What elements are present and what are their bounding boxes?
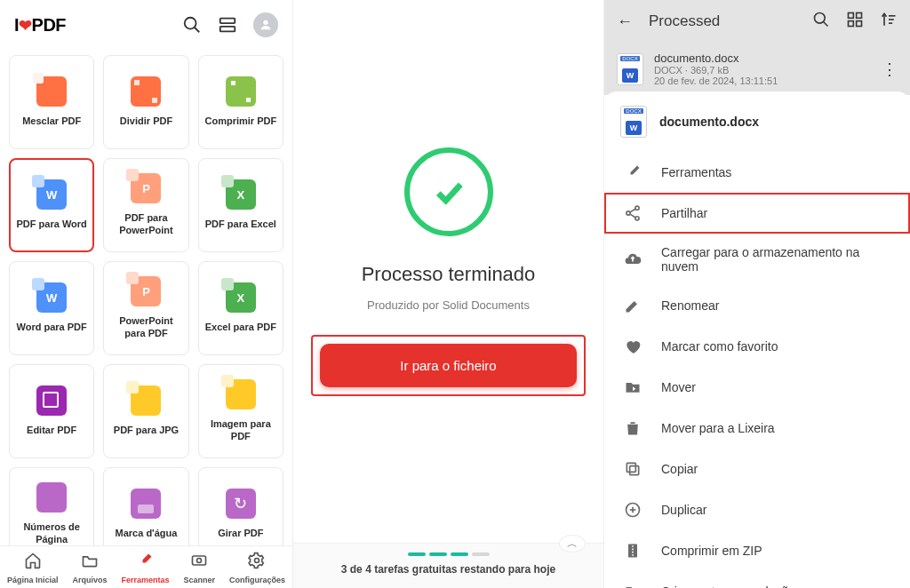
tool-word2pdf[interactable]: Word para PDF xyxy=(9,261,94,355)
file-meta: DOCX · 369,7 kB xyxy=(654,65,778,75)
tool-img2pdf[interactable]: Imagem para PDF xyxy=(198,364,283,458)
action-label: Mover para a Lixeira xyxy=(661,421,775,435)
result-subtitle: Produzido por Solid Documents xyxy=(367,298,530,312)
action-label: Partilhar xyxy=(661,206,707,220)
nav-files[interactable]: Arquivos xyxy=(72,552,107,584)
img2pdf-icon xyxy=(226,379,256,409)
tool-pdf2ppt[interactable]: PDF para PowerPoint xyxy=(103,158,188,252)
tool-compress[interactable]: Comprimir PDF xyxy=(198,55,283,149)
action-favorite[interactable]: Marcar como favorito xyxy=(604,326,910,367)
file-topbar: ← Processed xyxy=(604,0,910,43)
action-tools[interactable]: Ferramentas xyxy=(604,152,910,193)
pagenum-icon xyxy=(36,482,67,513)
sort-icon[interactable] xyxy=(880,11,898,33)
newfolder-icon xyxy=(624,583,642,588)
action-label: Carregar para o armazenamento na nuvem xyxy=(661,245,890,274)
action-rename[interactable]: Renomear xyxy=(604,285,910,326)
tool-ppt2pdf[interactable]: PowerPoint para PDF xyxy=(103,261,188,355)
tool-merge[interactable]: Mesclar PDF xyxy=(9,55,94,149)
share-icon xyxy=(624,204,642,222)
files-icon xyxy=(81,552,99,574)
trash-icon xyxy=(624,419,642,437)
progress-segment xyxy=(408,552,426,556)
move-icon xyxy=(624,378,642,396)
tool-label: PDF para JPG xyxy=(114,425,179,437)
action-label: Ferramentas xyxy=(661,165,731,179)
search-icon[interactable] xyxy=(182,15,202,35)
grid-view-icon[interactable] xyxy=(846,11,864,33)
action-duplicate[interactable]: Duplicar xyxy=(604,489,910,530)
user-avatar-icon[interactable] xyxy=(253,12,278,37)
bottom-nav: Página InicialArquivosFerramentasScanner… xyxy=(0,545,292,588)
nav-label: Ferramentas xyxy=(121,576,169,584)
tool-pdf2jpg[interactable]: PDF para JPG xyxy=(103,364,188,458)
tool-pagenum[interactable]: Números de Página xyxy=(9,467,94,545)
progress-segment xyxy=(429,552,447,556)
action-sheet: DOCX W documento.docx FerramentasPartilh… xyxy=(604,91,910,588)
tool-watermark[interactable]: Marca d'água xyxy=(103,467,188,545)
action-trash[interactable]: Mover para a Lixeira xyxy=(604,408,910,449)
nav-settings[interactable]: Configurações xyxy=(229,552,285,584)
progress-segment xyxy=(451,552,468,556)
tool-label: Editar PDF xyxy=(27,425,76,437)
ppt2pdf-icon xyxy=(131,276,161,306)
tools-icon xyxy=(624,163,642,181)
copy-icon xyxy=(624,460,642,478)
tool-split[interactable]: Dividir PDF xyxy=(103,55,188,149)
tool-label: PDF para Excel xyxy=(205,219,276,231)
tool-rotate[interactable]: Girar PDF xyxy=(198,467,283,545)
scanner-icon xyxy=(190,552,208,574)
rename-icon xyxy=(624,297,642,314)
app-logo: I❤PDF xyxy=(14,15,66,36)
svg-line-21 xyxy=(630,209,636,212)
action-label: Renomear xyxy=(661,298,719,313)
word2pdf-icon xyxy=(36,282,67,313)
svg-line-22 xyxy=(630,214,636,218)
nav-tools[interactable]: Ferramentas xyxy=(121,552,169,584)
nav-scanner[interactable]: Scanner xyxy=(183,552,215,584)
svg-rect-5 xyxy=(193,556,206,565)
view-toggle-icon[interactable] xyxy=(218,15,237,35)
action-zip[interactable]: Comprimir em ZIP xyxy=(604,530,910,571)
action-move[interactable]: Mover xyxy=(604,367,910,408)
action-newfolder[interactable]: Criar pasta com seleção xyxy=(604,571,910,588)
svg-rect-2 xyxy=(220,19,235,24)
result-panel: Processo terminado Produzido por Solid D… xyxy=(293,0,604,588)
tool-label: Word para PDF xyxy=(17,322,87,334)
file-row[interactable]: DOCX W documento.docx DOCX · 369,7 kB 20… xyxy=(604,43,910,95)
zip-icon xyxy=(624,542,642,560)
svg-rect-3 xyxy=(220,27,235,32)
docx-file-icon: DOCX W xyxy=(617,53,643,85)
search-icon[interactable] xyxy=(812,11,830,33)
upload-icon xyxy=(624,250,642,268)
tool-label: Mesclar PDF xyxy=(22,115,81,128)
more-options-icon[interactable]: ⋮ xyxy=(882,60,898,79)
tool-label: Dividir PDF xyxy=(120,115,172,128)
pdf2jpg-icon xyxy=(131,385,161,416)
success-check-icon xyxy=(404,147,493,236)
pdf2xls-icon xyxy=(226,179,256,210)
tasks-remaining-text: 3 de 4 tarefas gratuitas restando para h… xyxy=(311,563,586,576)
expand-handle-icon[interactable]: ︿ xyxy=(559,535,586,552)
svg-line-9 xyxy=(824,21,828,26)
action-upload[interactable]: Carregar para o armazenamento na nuvem xyxy=(604,234,910,285)
tool-edit[interactable]: Editar PDF xyxy=(9,364,94,458)
action-copy[interactable]: Copiar xyxy=(604,449,910,489)
nav-home[interactable]: Página Inicial xyxy=(7,552,59,584)
tool-pdf2word[interactable]: PDF para Word xyxy=(9,158,94,252)
file-name: documento.docx xyxy=(654,52,778,65)
home-icon xyxy=(24,552,42,574)
action-share[interactable]: Partilhar xyxy=(604,193,910,234)
back-arrow-icon[interactable]: ← xyxy=(617,12,633,31)
tool-label: PowerPoint para PDF xyxy=(108,315,184,340)
progress-indicator xyxy=(311,552,586,556)
svg-rect-10 xyxy=(849,12,854,18)
action-label: Duplicar xyxy=(661,503,706,517)
go-to-file-button[interactable]: Ir para o ficheiro xyxy=(320,344,577,387)
progress-segment xyxy=(472,552,490,556)
action-label: Copiar xyxy=(661,462,698,476)
tool-pdf2xls[interactable]: PDF para Excel xyxy=(198,158,283,252)
nav-label: Arquivos xyxy=(72,576,107,584)
tool-xls2pdf[interactable]: Excel para PDF xyxy=(198,261,283,355)
tool-label: Números de Página xyxy=(13,521,90,545)
